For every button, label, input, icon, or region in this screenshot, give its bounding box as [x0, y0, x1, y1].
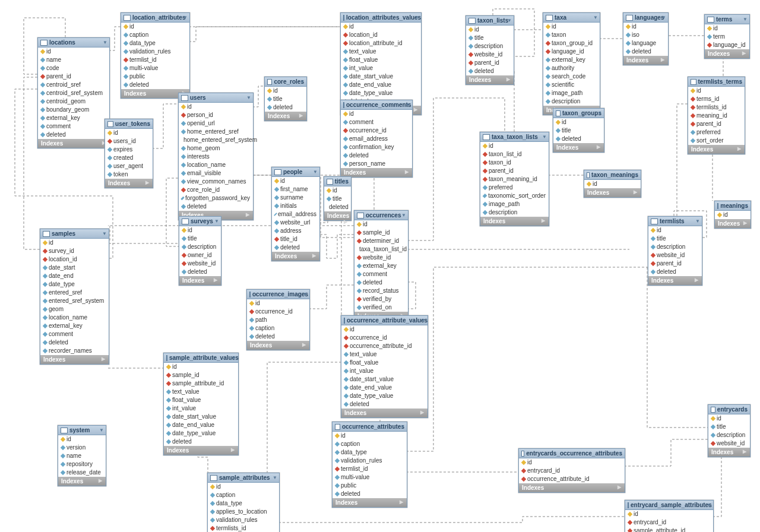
table-header[interactable]: termlists_terms▼	[688, 77, 745, 87]
column-text-value[interactable]: text_value	[341, 48, 421, 56]
column-parent-id[interactable]: parent_id	[466, 59, 514, 67]
column-website-id[interactable]: website_id	[354, 254, 408, 262]
column-location-attribute-id[interactable]: location_attribute_id	[341, 39, 421, 48]
indexes-section[interactable]: Indexes▶	[705, 49, 749, 58]
column-caption[interactable]: caption	[121, 31, 189, 39]
column-created[interactable]: created	[105, 154, 153, 162]
column-term[interactable]: term	[705, 33, 749, 41]
table-occurrence_attributes[interactable]: occurrence_attributes▼idcaptiondata_type…	[332, 422, 407, 508]
column-date-start-value[interactable]: date_start_value	[164, 413, 238, 421]
table-header[interactable]: entrycards_occurrence_attributes▼	[519, 449, 625, 458]
column-date-type[interactable]: date_type	[40, 280, 109, 289]
column-email-visible[interactable]: email_visible	[179, 169, 253, 178]
indexes-section[interactable]: Indexes▶	[688, 145, 745, 154]
column-language-id[interactable]: language_id	[543, 48, 600, 56]
column-id[interactable]: id	[553, 118, 604, 126]
column-text-value[interactable]: text_value	[164, 388, 238, 396]
collapse-icon[interactable]: ▼	[507, 18, 512, 23]
column-version[interactable]: version	[58, 444, 106, 452]
column-title[interactable]: title	[179, 235, 221, 243]
column-int-value[interactable]: int_value	[164, 404, 238, 413]
table-taxon_lists[interactable]: taxon_lists▼idtitledescriptionwebsite_id…	[466, 15, 514, 85]
table-header[interactable]: location_attributes▼	[121, 13, 189, 23]
column-path[interactable]: path	[247, 316, 309, 324]
column-id[interactable]: id	[688, 87, 745, 95]
column-caption[interactable]: caption	[208, 491, 279, 499]
column-location-id[interactable]: location_id	[40, 255, 109, 264]
table-header[interactable]: system▼	[58, 426, 106, 435]
column-language-id[interactable]: language_id	[705, 41, 749, 49]
indexes-section[interactable]: Indexes▶	[265, 112, 306, 121]
column-parent-id[interactable]: parent_id	[38, 72, 109, 81]
column-taxon[interactable]: taxon	[543, 31, 600, 39]
column-expires[interactable]: expires	[105, 145, 153, 154]
collapse-icon[interactable]: ▼	[303, 292, 308, 297]
column-id[interactable]: id	[105, 129, 153, 137]
table-header[interactable]: user_tokens▼	[105, 119, 153, 129]
column-id[interactable]: id	[466, 26, 514, 34]
column-applies-to-location[interactable]: applies_to_location	[208, 508, 279, 516]
column-text-value[interactable]: text_value	[341, 350, 428, 359]
column-location-name[interactable]: location_name	[179, 161, 253, 169]
indexes-section[interactable]: Indexes▶	[519, 483, 625, 492]
table-header[interactable]: titles▼	[324, 177, 351, 186]
column-entrycard-id[interactable]: entrycard_id	[519, 467, 625, 475]
column-description[interactable]: description	[466, 42, 514, 50]
table-entrycards_occurrence_attributes[interactable]: entrycards_occurrence_attributes▼identry…	[518, 448, 625, 493]
column-float-value[interactable]: float_value	[341, 56, 421, 64]
column-openid-url[interactable]: openid_url	[179, 119, 253, 128]
column-float-value[interactable]: float_value	[164, 396, 238, 404]
table-languages[interactable]: languages▼idisolanguagedeletedIndexes▶	[623, 12, 669, 65]
column-core-role-id[interactable]: core_role_id	[179, 186, 253, 194]
expand-icon[interactable]: ▶	[597, 144, 600, 150]
column-interests[interactable]: interests	[179, 153, 253, 161]
expand-icon[interactable]: ▶	[737, 146, 741, 151]
column-occurrence-attribute-id[interactable]: occurrence_attribute_id	[519, 475, 625, 483]
indexes-section[interactable]: Indexes▶	[341, 408, 428, 417]
column-token[interactable]: token	[105, 170, 153, 179]
column-taxon-group-id[interactable]: taxon_group_id	[543, 39, 600, 48]
column-comment[interactable]: comment	[354, 270, 408, 278]
table-header[interactable]: sample_attribute_values▼	[164, 353, 238, 363]
column-deleted[interactable]: deleted	[332, 490, 407, 498]
indexes-section[interactable]: Indexes▶	[648, 276, 702, 285]
column-id[interactable]: id	[708, 414, 750, 423]
indexes-section[interactable]: Indexes▶	[324, 211, 351, 220]
expand-icon[interactable]: ▶	[405, 169, 408, 175]
column-email-address[interactable]: email_address	[341, 135, 412, 143]
column-comment[interactable]: comment	[40, 330, 109, 338]
collapse-icon[interactable]: ▼	[401, 213, 406, 218]
column-address[interactable]: address	[272, 227, 319, 235]
column-title[interactable]: title	[265, 95, 306, 103]
table-header[interactable]: users▼	[179, 93, 253, 103]
expand-icon[interactable]: ▶	[400, 499, 403, 505]
column-data-type[interactable]: data_type	[121, 39, 189, 48]
table-core_roles[interactable]: core_roles▼idtitledeletedIndexes▶	[264, 77, 307, 121]
expand-icon[interactable]: ▶	[102, 356, 105, 362]
expand-icon[interactable]: ▶	[299, 113, 303, 118]
table-occurrence_comments[interactable]: occurrence_comments▼idcommentoccurrence_…	[340, 100, 413, 178]
column-data-type[interactable]: data_type	[332, 448, 407, 457]
table-header[interactable]: occurrence_attributes▼	[332, 422, 407, 432]
column-description[interactable]: description	[708, 431, 750, 439]
column-id[interactable]: id	[341, 23, 421, 31]
column-id[interactable]: id	[324, 186, 351, 195]
column-termlists-id[interactable]: termlists_id	[208, 524, 279, 532]
column-date-type-value[interactable]: date_type_value	[341, 89, 421, 97]
table-header[interactable]: taxon_lists▼	[466, 16, 514, 26]
table-samples[interactable]: samples▼idsurvey_idlocation_iddate_start…	[40, 229, 109, 365]
collapse-icon[interactable]: ▼	[273, 475, 277, 480]
column-sample-id[interactable]: sample_id	[164, 371, 238, 379]
table-taxon_meanings[interactable]: taxon_meanings▼idIndexes▶	[584, 170, 641, 198]
column-deleted[interactable]: deleted	[324, 203, 351, 211]
indexes-section[interactable]: Indexes▶	[623, 56, 668, 65]
table-header[interactable]: sample_attributes▼	[208, 473, 279, 483]
expand-icon[interactable]: ▶	[634, 189, 637, 195]
collapse-icon[interactable]: ▼	[707, 502, 711, 508]
column-search-code[interactable]: search_code	[543, 72, 600, 81]
collapse-icon[interactable]: ▼	[421, 318, 426, 323]
column-title[interactable]: title	[648, 235, 702, 243]
column-description[interactable]: description	[543, 97, 600, 106]
column-title-id[interactable]: title_id	[272, 235, 319, 243]
column-verified-by[interactable]: verified_by	[354, 295, 408, 303]
